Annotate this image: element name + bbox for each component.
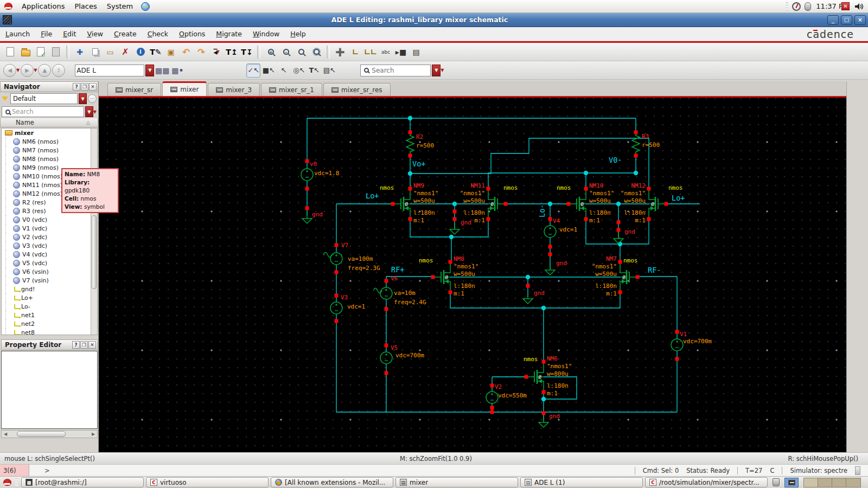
layers-icon[interactable]: ▩▩ (155, 63, 169, 78)
tab-mixer_sr_res[interactable]: mixer_sr_res (323, 83, 391, 96)
save-icon[interactable] (49, 45, 63, 59)
navigator-search-arrow[interactable]: ▼ (85, 106, 93, 117)
menu-launch[interactable]: Launch (0, 28, 35, 40)
menu-applications[interactable]: Applications (17, 1, 69, 11)
filter-more-button[interactable]: ⋯ (88, 94, 97, 103)
navigator-tree[interactable]: mixerNM6 (nmos)NM7 (nmos)NM8 (nmos)NM9 (… (1, 128, 98, 335)
redhat-menu-icon[interactable] (4, 3, 12, 10)
tree-item-V2[interactable]: V2 (vdc) (2, 233, 97, 241)
property-float-icon[interactable]: ❐ (80, 341, 88, 349)
tree-item-Lo-[interactable]: Lo- (2, 302, 97, 311)
status-scroll-nub[interactable] (855, 466, 860, 475)
text-up-icon[interactable]: T↥ (225, 45, 239, 59)
taskbar-button--root-rashmi-[interactable]: ■[root@rashmi:/] (21, 477, 144, 487)
tree-item-net1[interactable]: net1 (2, 311, 97, 319)
tree-item-V4[interactable]: V4 (vdc) (2, 250, 97, 259)
ruler-icon[interactable]: ◂̅▼ (209, 45, 224, 59)
tree-item-Lo+[interactable]: Lo+ (2, 293, 97, 302)
navigator-header[interactable]: Navigator ? ❐ ✕ (0, 81, 98, 92)
block-icon[interactable]: ▤ (409, 45, 423, 59)
window-titlebar[interactable]: ADE L Editing: rashmi_library mixer sche… (0, 13, 868, 27)
property-editor-scrollbar[interactable]: ◀ ▶ (1, 430, 98, 438)
navigator-float-icon[interactable]: ❐ (81, 83, 88, 91)
tree-item-NM8[interactable]: NM8 (nmos) (2, 155, 97, 163)
copy-icon[interactable] (88, 45, 102, 59)
active-window-icon[interactable] (784, 478, 799, 487)
select-pin-mode-icon[interactable]: ■↖ (261, 63, 276, 78)
navigator-help-icon[interactable]: ? (73, 83, 80, 91)
filter-combo-arrow[interactable]: ▼ (79, 93, 87, 104)
taskbar-button-virtuoso[interactable]: Cvirtuoso (146, 477, 269, 487)
workspace-3[interactable] (832, 478, 846, 487)
menu-view[interactable]: View (81, 28, 108, 40)
tab-mixer_sr_1[interactable]: mixer_sr_1 (261, 83, 322, 96)
tree-scrollbar-thumb[interactable] (92, 215, 97, 290)
command-prompt[interactable]: > (29, 467, 50, 474)
redo-icon[interactable]: ↷ (194, 45, 208, 59)
system-monitor-icon[interactable] (792, 2, 801, 11)
select-mode-icon[interactable]: ✓↖ (246, 63, 260, 78)
menu-file[interactable]: File (35, 28, 58, 40)
navigator-search-options[interactable]: ▼ (93, 110, 97, 114)
probe-mode-icon[interactable]: ◎↖ (292, 63, 306, 78)
navigator-close-icon[interactable]: ✕ (89, 83, 97, 91)
workspace-combo-arrow[interactable]: ▼ (145, 65, 154, 76)
toolbar-search-input[interactable] (360, 65, 431, 76)
property-close-icon[interactable]: ✕ (88, 341, 96, 349)
workspace-combo[interactable]: ADE L (75, 65, 144, 76)
tab-close-icon[interactable]: ✕ (841, 2, 850, 10)
label-icon[interactable]: abc (379, 45, 393, 59)
tree-item-V6[interactable]: V6 (vsin) (2, 267, 97, 276)
instance-icon[interactable]: ▸■ (394, 45, 408, 59)
search-combo-arrow[interactable]: ▼ (432, 65, 441, 76)
open-icon[interactable] (18, 45, 33, 59)
sort-icon[interactable]: △ (86, 120, 98, 125)
move-icon[interactable]: ✚ (73, 45, 87, 59)
zoom-in-icon[interactable]: + (264, 45, 278, 59)
scrollbar-thumb[interactable] (17, 431, 66, 437)
menu-options[interactable]: Options (174, 28, 210, 40)
workspace-4[interactable] (846, 478, 860, 487)
delete-icon[interactable]: ✗ (118, 45, 132, 59)
wire-narrow-icon[interactable]: ∟ (348, 45, 362, 59)
tree-item-NM7[interactable]: NM7 (nmos) (2, 146, 97, 155)
schematic-drawing[interactable]: gndgndgndgndgndgndR2r=500R3r=500v0vdc=1.… (99, 98, 846, 452)
navigator-search-input[interactable]: Search (2, 106, 84, 117)
trash-icon[interactable] (773, 478, 780, 486)
tab-mixer_sr[interactable]: mixer_sr (107, 83, 161, 96)
tree-item-gnd![interactable]: gnd! (2, 285, 97, 293)
descend-icon[interactable]: ▣ (164, 45, 178, 59)
tree-column-header[interactable]: Name △ (0, 118, 98, 127)
taskbar-button--All-known-extension[interactable]: ●[All known extensions - Mozil... (271, 477, 393, 487)
create-pin-icon[interactable]: ➕ (333, 45, 347, 59)
wire-wide-icon[interactable]: ∟∟ (363, 45, 378, 59)
taskbar-button--root-simulation-mix[interactable]: C/root/simulation/mixer/spectr... (645, 477, 768, 487)
forward-icon[interactable]: ▶ (21, 64, 34, 77)
menu-edit[interactable]: Edit (58, 28, 81, 40)
mouse-tray-icon[interactable] (805, 2, 811, 11)
tab-mixer_3[interactable]: mixer_3 (208, 83, 260, 96)
speaker-icon[interactable] (854, 2, 864, 11)
tree-scrollbar[interactable] (91, 129, 97, 335)
new-icon[interactable] (3, 45, 17, 59)
taskbar-menu-icon[interactable] (3, 479, 11, 486)
back-icon[interactable]: ◀ (3, 64, 16, 77)
workspace-switcher[interactable] (803, 478, 861, 487)
tree-item-V0[interactable]: V0 (vdc) (2, 215, 97, 224)
up-hierarchy-icon[interactable]: ▲ (38, 64, 51, 77)
taskbar-button-mixer[interactable]: ▤mixer (395, 477, 518, 487)
top-hierarchy-icon[interactable]: ⇪ (52, 64, 65, 77)
browser-launcher-icon[interactable] (141, 2, 150, 11)
cursor-mode-icon[interactable]: ↖ (277, 63, 291, 78)
toolbar-search-field[interactable] (371, 66, 420, 75)
tree-item-V5[interactable]: V5 (vdc) (2, 259, 97, 267)
scroll-left-icon[interactable]: ◀ (2, 431, 9, 438)
zoom-select-icon[interactable] (294, 45, 308, 59)
tab-mixer[interactable]: mixer (162, 81, 207, 96)
info-icon[interactable]: i (133, 45, 148, 59)
zoom-fit-icon[interactable] (309, 45, 323, 59)
menu-create[interactable]: Create (108, 28, 142, 40)
zoom-out-icon[interactable]: - (279, 45, 293, 59)
tree-item-net8[interactable]: net8 (2, 328, 97, 335)
tree-item-net2[interactable]: net2 (2, 319, 97, 328)
